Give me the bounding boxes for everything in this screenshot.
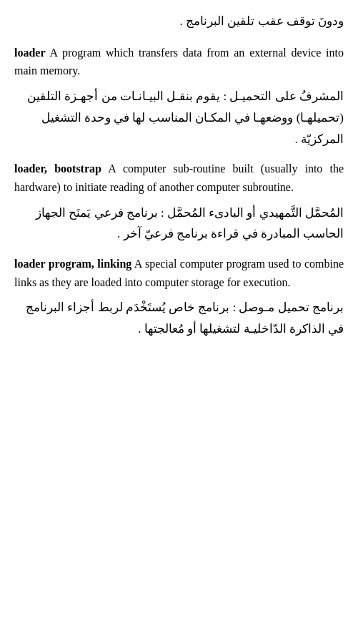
entry-loader-program-linking-term: loader program, linking	[14, 258, 131, 270]
entry-loader-bootstrap: loader, bootstrap A computer sub-routine…	[14, 160, 344, 245]
page-container: ودونَ توقف عقب تلقين البرنامج . loader A…	[14, 11, 344, 340]
top-arabic-text: ودونَ توقف عقب تلقين البرنامج .	[14, 11, 344, 32]
entry-loader-bootstrap-english: loader, bootstrap A computer sub-routine…	[14, 160, 344, 196]
entry-loader-bootstrap-term: loader, bootstrap	[14, 162, 101, 175]
entry-loader-bootstrap-arabic: المُحمَّل التَّمهيدي أو البادىء المُحمَّ…	[14, 203, 344, 245]
entry-loader: loader A program which transfers data fr…	[14, 44, 344, 150]
entry-loader-program-linking-arabic: برنامج تحميل مـوصل : برنامج خاص يُستَخْد…	[14, 297, 344, 340]
entry-loader-english: loader A program which transfers data fr…	[14, 44, 344, 80]
entry-loader-program-linking-english: loader program, linking A special comput…	[14, 255, 344, 291]
entry-loader-term: loader	[14, 47, 46, 59]
entry-loader-def: A program which transfers data from an e…	[14, 47, 344, 77]
entry-loader-arabic: المشرفُ على التحميـل : يقوم بنقـل البيـا…	[14, 86, 344, 150]
entry-loader-program-linking: loader program, linking A special comput…	[14, 255, 344, 340]
